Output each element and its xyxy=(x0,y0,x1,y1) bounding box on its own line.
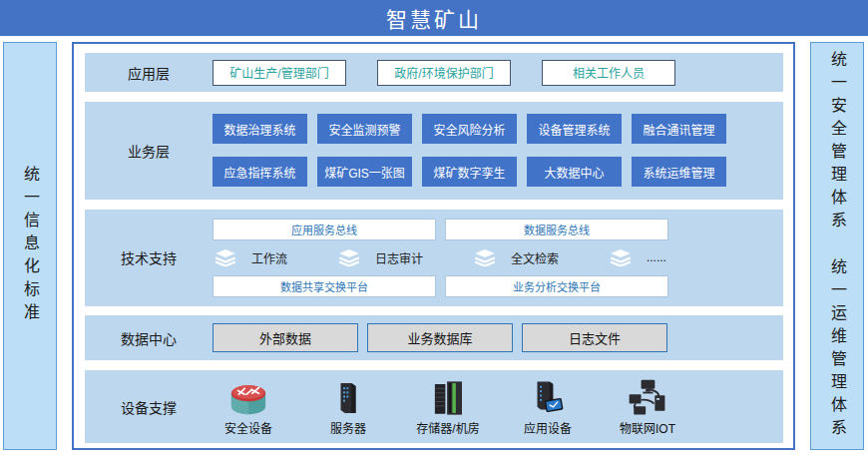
right-pillar: 统一安全管理体系 统一运维管理体系 xyxy=(810,42,864,450)
application-box-government-env: 政府/环境保护部门 xyxy=(377,60,511,86)
tech-box-app-service-bus: 应用服务总线 xyxy=(213,219,436,240)
equipment-item-storage: 存储器/机房 xyxy=(412,378,484,436)
tech-box-data-sharing-platform: 数据共享交换平台 xyxy=(213,275,436,297)
data-box-external-data: 外部数据 xyxy=(213,323,358,352)
band-equipment-layer: 设备支撑 安全设备 xyxy=(85,370,783,443)
data-box-business-database: 业务数据库 xyxy=(367,323,513,352)
business-box-safety-monitoring: 安全监测预警 xyxy=(317,114,412,144)
data-box-log-files: 日志文件 xyxy=(522,323,667,352)
band-business-layer: 业务层 数据治理系统 安全监测预警 安全风险分析 设备管理系统 融合通讯管理 应… xyxy=(85,102,783,200)
equipment-label: 设备支撑 xyxy=(85,397,213,417)
application-box-mine-production: 矿山生产/管理部门 xyxy=(213,60,346,86)
business-box-emergency-command: 应急指挥系统 xyxy=(213,157,307,187)
band-tech-support-layer: 技术支持 应用服务总线 数据服务总线 工作流 xyxy=(85,210,783,306)
banner: 智慧矿山 xyxy=(0,0,868,36)
business-box-risk-analysis: 安全风险分析 xyxy=(422,114,517,144)
equipment-item-server: 服务器 xyxy=(312,378,384,436)
equipment-item-label: 存储器/机房 xyxy=(416,419,479,436)
band-application-layer: 应用层 矿山生产/管理部门 政府/环境保护部门 相关工作人员 xyxy=(85,53,783,92)
business-box-system-ops: 系统运维管理 xyxy=(632,157,726,187)
business-box-gis-map: 煤矿GIS一张图 xyxy=(317,157,412,187)
tech-item-label: 全文检索 xyxy=(511,249,559,266)
page-title: 智慧矿山 xyxy=(386,3,482,33)
layers-icon xyxy=(215,249,236,266)
equipment-item-label: 服务器 xyxy=(330,419,366,436)
business-box-comm-mgmt: 融合通讯管理 xyxy=(632,114,726,144)
right-pillar-label-ops: 统一运维管理体系 xyxy=(825,258,849,442)
firewall-icon xyxy=(225,378,271,418)
equipment-item-label: 安全设备 xyxy=(224,419,272,436)
business-layer-label: 业务层 xyxy=(85,141,213,161)
business-box-digital-twin: 煤矿数字孪生 xyxy=(422,157,517,187)
tech-item-more: ...... xyxy=(610,249,666,266)
equipment-item-label: 物联网IOT xyxy=(620,419,675,436)
tech-support-label: 技术支持 xyxy=(85,247,213,267)
tech-item-log-audit: 日志审计 xyxy=(338,249,423,266)
business-box-data-governance: 数据治理系统 xyxy=(213,114,307,144)
layers-icon xyxy=(338,249,360,266)
tech-item-label: 日志审计 xyxy=(375,249,423,266)
equipment-item-label: 应用设备 xyxy=(524,419,572,436)
architecture-diagram: 应用层 矿山生产/管理部门 政府/环境保护部门 相关工作人员 业务层 数据治理系… xyxy=(72,42,795,450)
left-pillar: 统一信息化标准 xyxy=(3,42,57,450)
server-icon xyxy=(328,378,368,418)
tech-item-fulltext-search: 全文检索 xyxy=(474,249,559,266)
right-pillar-label-security: 统一安全管理体系 xyxy=(825,51,849,234)
business-box-equipment-mgmt: 设备管理系统 xyxy=(527,114,622,144)
equipment-item-app-device: 应用设备 xyxy=(512,378,584,436)
tech-item-workflow: 工作流 xyxy=(215,249,287,266)
band-data-center-layer: 数据中心 外部数据 业务数据库 日志文件 xyxy=(85,315,783,360)
application-layer-label: 应用层 xyxy=(85,63,213,83)
equipment-item-iot: 物联网IOT xyxy=(612,378,683,436)
tech-item-label: 工作流 xyxy=(251,249,287,266)
tech-item-label: ...... xyxy=(647,250,666,264)
layers-icon xyxy=(610,249,632,266)
app-device-icon xyxy=(527,378,569,418)
left-pillar-label: 统一信息化标准 xyxy=(18,166,42,326)
equipment-item-security-device: 安全设备 xyxy=(213,378,284,436)
tech-box-data-service-bus: 数据服务总线 xyxy=(445,219,668,240)
iot-icon xyxy=(626,378,669,418)
data-center-label: 数据中心 xyxy=(85,328,213,348)
storage-icon xyxy=(427,378,469,418)
layers-icon xyxy=(474,249,496,266)
tech-box-business-analysis-platform: 业务分析交换平台 xyxy=(445,275,668,297)
business-box-big-data-center: 大数据中心 xyxy=(527,157,622,187)
application-box-related-staff: 相关工作人员 xyxy=(542,60,675,86)
